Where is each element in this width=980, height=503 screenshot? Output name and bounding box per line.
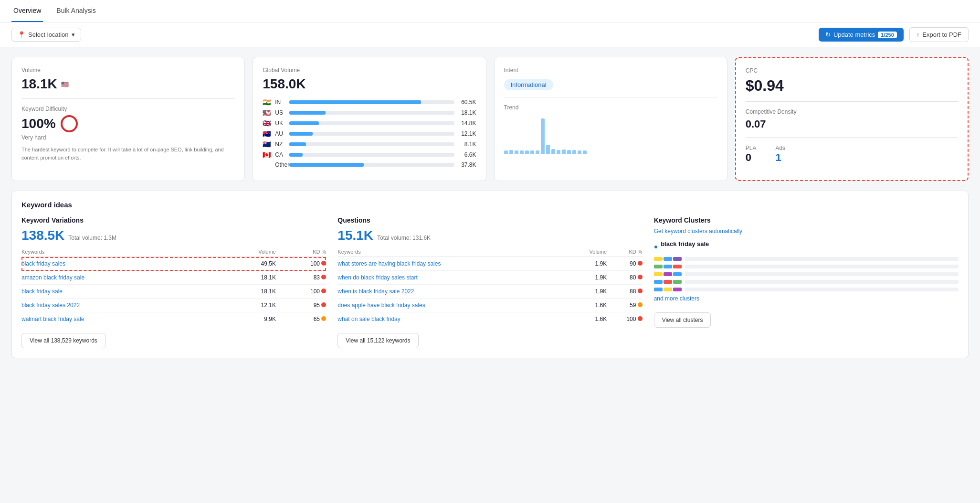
country-flag: 🇺🇸	[263, 109, 272, 117]
kd-dot	[321, 316, 326, 321]
keyword-link[interactable]: what stores are having black friday sale…	[337, 260, 441, 267]
keyword-variations-col: Keyword Variations 138.5K Total volume: …	[21, 216, 326, 348]
keyword-link[interactable]: amazon black friday sale	[21, 274, 84, 281]
cluster-bar-group	[654, 288, 682, 291]
cluster-segment	[673, 280, 682, 284]
pla-item: PLA 0	[746, 144, 757, 164]
update-metrics-button[interactable]: ↻ Update metrics 1/250	[819, 28, 904, 42]
kw-kd: 100	[276, 257, 326, 271]
country-bar-bg	[289, 121, 454, 125]
location-button[interactable]: 📍 Select location ▾	[11, 28, 81, 42]
kw-kd: 100	[607, 312, 642, 326]
country-bar-fill	[289, 163, 363, 167]
questions-col-kw: Keywords	[337, 247, 568, 257]
view-all-questions-button[interactable]: View all 15,122 keywords	[337, 333, 418, 348]
cluster-bar-group	[654, 257, 682, 261]
country-row: Other 37.8K	[263, 161, 476, 168]
ads-label: Ads	[775, 145, 785, 151]
volume-kd-card: Volume 18.1K 🇺🇸 Keyword Difficulty 100% …	[11, 57, 245, 181]
kd-row: 100%	[21, 115, 235, 132]
kd-dot	[321, 289, 326, 293]
tab-bulk-analysis[interactable]: Bulk Analysis	[54, 0, 97, 22]
kd-value: 100%	[21, 116, 56, 131]
update-badge: 1/250	[878, 32, 897, 38]
cluster-bar-group	[654, 280, 682, 284]
kd-dot	[321, 275, 326, 279]
cluster-bar-group	[654, 272, 682, 276]
kd-dot	[321, 302, 326, 307]
country-flag: 🇮🇳	[263, 98, 272, 106]
keyword-link[interactable]: black friday sales	[21, 260, 65, 267]
cluster-segment	[673, 288, 682, 291]
cluster-segment	[664, 288, 672, 291]
kw-kd: 83	[276, 271, 326, 285]
kw-kd: 95	[276, 299, 326, 312]
kw-volume: 49.5K	[221, 257, 276, 271]
country-flag: 🇬🇧	[263, 119, 272, 127]
global-volume-label: Global Volume	[263, 67, 476, 74]
keyword-link[interactable]: black friday sales 2022	[21, 302, 80, 309]
trend-bar	[562, 150, 566, 154]
table-row: black friday sales 2022 12.1K 95	[21, 299, 326, 312]
country-row: 🇦🇺 AU 12.1K	[263, 130, 476, 138]
location-label: Select location	[28, 31, 69, 38]
us-flag: 🇺🇸	[61, 81, 69, 88]
chevron-down-icon: ▾	[72, 31, 75, 38]
country-volume: 14.8K	[457, 120, 476, 127]
variations-col-kd: KD %	[276, 247, 326, 257]
kw-kd: 88	[607, 285, 642, 299]
variations-col-kw: Keywords	[21, 247, 221, 257]
keyword-link[interactable]: does apple have black friday sales	[337, 302, 425, 309]
trend-bar	[520, 150, 524, 154]
list-item	[654, 257, 959, 261]
country-bar-bg	[289, 100, 454, 104]
kw-kd: 90	[607, 257, 642, 271]
kw-kd: 59	[607, 299, 642, 312]
list-item	[654, 288, 959, 291]
country-bar-fill	[289, 132, 312, 136]
cluster-text-placeholder	[685, 272, 959, 276]
questions-section-title: Questions	[337, 216, 642, 224]
country-code: Other	[275, 161, 286, 168]
trend-bar	[536, 150, 539, 154]
keyword-link[interactable]: walmart black friday sale	[21, 316, 84, 322]
keyword-link[interactable]: what on sale black friday	[337, 316, 400, 322]
clusters-auto-label: Get keyword clusters automatically	[654, 228, 959, 235]
cluster-text-placeholder	[685, 265, 959, 268]
country-volume: 8.1K	[457, 141, 476, 148]
country-bar-bg	[289, 153, 454, 157]
view-all-variations-button[interactable]: View all 138,529 keywords	[21, 333, 105, 348]
toolbar-right: ↻ Update metrics 1/250 ↑ Export to PDF	[819, 27, 969, 42]
keyword-ideas-title: Keyword ideas	[21, 201, 959, 209]
keyword-link[interactable]: when is black friday sale 2022	[337, 288, 414, 295]
table-row: walmart black friday sale 9.9K 65	[21, 312, 326, 326]
cluster-text-placeholder	[685, 257, 959, 261]
ads-item: Ads 1	[775, 144, 785, 164]
kw-volume: 18.1K	[221, 285, 276, 299]
kd-dot	[638, 261, 643, 266]
keyword-link[interactable]: black friday sale	[21, 288, 63, 295]
view-all-clusters-button[interactable]: View all clusters	[654, 312, 711, 328]
ads-value: 1	[775, 151, 785, 164]
country-bar-fill	[289, 100, 421, 104]
country-bar-bg	[289, 163, 454, 167]
trend-bar	[551, 149, 555, 154]
questions-col: Questions 15.1K Total volume: 131.6K Key…	[337, 216, 642, 348]
country-bar-fill	[289, 142, 306, 146]
cluster-segment	[654, 265, 663, 268]
table-row: does apple have black friday sales 1.6K …	[337, 299, 642, 312]
cluster-list	[654, 257, 959, 291]
table-row: amazon black friday sale 18.1K 83	[21, 271, 326, 285]
keyword-link[interactable]: when do black friday sales start	[337, 274, 417, 281]
intent-label: Intent	[504, 67, 717, 74]
tab-overview[interactable]: Overview	[11, 0, 43, 22]
comp-density-label: Competitive Density	[746, 108, 958, 115]
more-clusters-link[interactable]: and more clusters	[654, 295, 959, 302]
export-icon: ↑	[917, 31, 920, 38]
kw-volume: 1.6K	[568, 312, 607, 326]
trend-bar	[504, 150, 508, 154]
kd-dot	[638, 289, 643, 293]
export-pdf-button[interactable]: ↑ Export to PDF	[909, 27, 969, 42]
kd-label: Keyword Difficulty	[21, 106, 235, 112]
list-item	[654, 272, 959, 276]
